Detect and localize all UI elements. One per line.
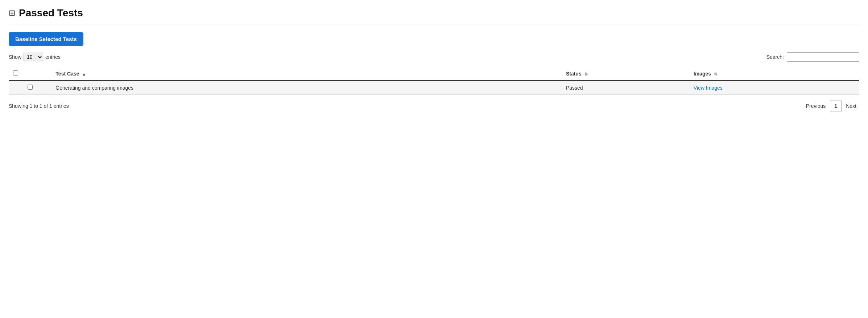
grid-icon: ⊞: [9, 8, 15, 18]
header-images: Images ⇅: [689, 67, 859, 81]
view-images-link[interactable]: View Images: [694, 85, 723, 91]
entries-per-page-select[interactable]: 10 25 50 100: [24, 53, 43, 61]
data-table: Test Case ▲ Status ⇅ Images ⇅ Generating…: [9, 67, 859, 95]
header-status: Status ⇅: [562, 67, 689, 81]
pagination: Previous 1 Next: [803, 101, 859, 111]
row-checkbox[interactable]: [28, 85, 33, 90]
table-controls: Show 10 25 50 100 entries Search:: [9, 52, 859, 62]
search-input[interactable]: [787, 52, 859, 62]
test-case-sort-icon[interactable]: ▲: [82, 72, 86, 76]
row-checkbox-cell: [9, 81, 51, 95]
status-sort-icon[interactable]: ⇅: [584, 72, 588, 76]
page-title: Passed Tests: [19, 7, 83, 19]
show-entries-control: Show 10 25 50 100 entries: [9, 53, 61, 61]
table-body: Generating and comparing images Passed V…: [9, 81, 859, 95]
page-header: ⊞ Passed Tests: [9, 7, 859, 25]
select-all-checkbox[interactable]: [13, 70, 18, 76]
search-label: Search:: [766, 54, 784, 60]
row-images: View Images: [689, 81, 859, 95]
row-status: Passed: [562, 81, 689, 95]
entries-info: Showing 1 to 1 of 1 entries: [9, 103, 69, 109]
entries-label: entries: [45, 54, 61, 60]
table-header: Test Case ▲ Status ⇅ Images ⇅: [9, 67, 859, 81]
header-test-case: Test Case ▲: [51, 67, 562, 81]
table-row: Generating and comparing images Passed V…: [9, 81, 859, 95]
previous-button[interactable]: Previous: [803, 102, 828, 110]
toolbar: Baseline Selected Tests: [9, 32, 859, 46]
search-container: Search:: [766, 52, 859, 62]
table-footer: Showing 1 to 1 of 1 entries Previous 1 N…: [9, 101, 859, 111]
show-label: Show: [9, 54, 21, 60]
next-button[interactable]: Next: [843, 102, 859, 110]
header-checkbox-col: [9, 67, 51, 81]
baseline-selected-tests-button[interactable]: Baseline Selected Tests: [9, 32, 83, 46]
images-sort-icon[interactable]: ⇅: [714, 72, 717, 76]
current-page[interactable]: 1: [830, 101, 842, 111]
row-test-case: Generating and comparing images: [51, 81, 562, 95]
